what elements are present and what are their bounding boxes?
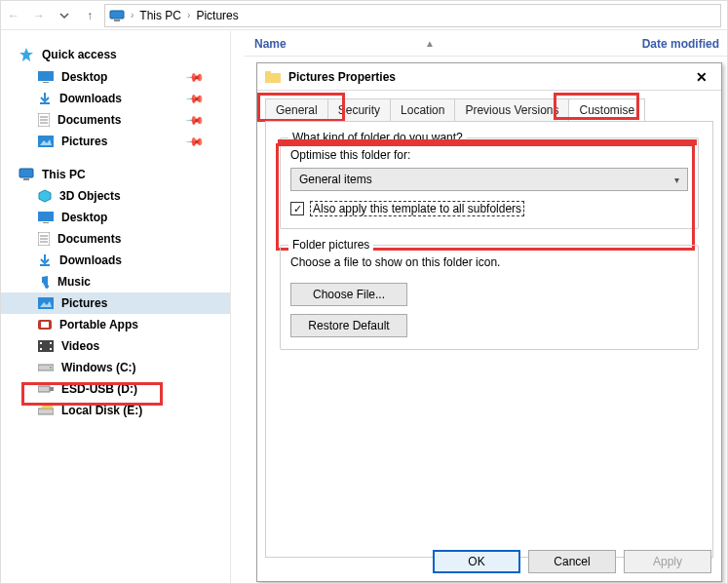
picture-icon	[38, 297, 54, 309]
svg-rect-26	[38, 340, 54, 352]
tree-item-label: Documents	[57, 232, 121, 246]
tree-item-qa-documents[interactable]: Documents 📌	[1, 109, 230, 131]
tree-head-quick-access[interactable]: Quick access	[1, 43, 230, 66]
arrow-left-icon: ←	[8, 9, 19, 22]
tree-item-pc-videos[interactable]: Videos	[1, 335, 230, 357]
svg-point-32	[50, 367, 52, 369]
tab-panel-customise: What kind of folder do you want? Optimis…	[265, 121, 713, 558]
tree-item-qa-desktop[interactable]: Desktop 📌	[1, 66, 230, 88]
highlight-annotation	[257, 93, 345, 122]
svg-rect-4	[43, 82, 49, 83]
drive-icon	[38, 405, 54, 416]
apply-subfolders-checkbox[interactable]: ✓	[290, 202, 304, 215]
folder-icon	[265, 71, 281, 83]
tree-item-pc-documents[interactable]: Documents	[1, 228, 230, 250]
tree-item-pc-pictures[interactable]: Pictures	[1, 292, 230, 314]
tree-item-qa-pictures[interactable]: Pictures 📌	[1, 131, 230, 152]
close-icon: ✕	[696, 69, 708, 85]
download-icon	[38, 253, 52, 267]
chevron-right-icon: ›	[131, 10, 134, 20]
choose-file-button[interactable]: Choose File...	[290, 283, 407, 306]
tree-item-pc-music[interactable]: Music	[1, 271, 230, 292]
tree-item-pc-local-disk-e[interactable]: Local Disk (E:)	[1, 400, 230, 421]
desktop-icon	[38, 71, 54, 83]
column-header: Name ▲ Date modified	[245, 31, 727, 57]
pc-icon	[19, 168, 34, 181]
sort-indicator-icon: ▲	[425, 38, 435, 49]
tree-item-label: Desktop	[61, 211, 107, 224]
nav-back-button[interactable]: ←	[1, 1, 26, 30]
combo-value: General items	[299, 173, 372, 186]
apps-icon	[38, 318, 52, 331]
svg-rect-29	[50, 342, 52, 344]
cube-icon	[38, 189, 52, 203]
svg-rect-1	[114, 19, 120, 21]
column-date-modified[interactable]: Date modified	[642, 37, 719, 51]
column-name[interactable]: Name	[254, 37, 287, 51]
address-field[interactable]: › This PC › Pictures	[104, 4, 721, 27]
tree-item-label: Pictures	[61, 296, 107, 310]
svg-rect-35	[38, 409, 54, 414]
ok-button[interactable]: OK	[433, 550, 520, 573]
cancel-button[interactable]: Cancel	[528, 550, 616, 573]
star-icon	[19, 47, 34, 62]
restore-default-button[interactable]: Restore Default	[290, 314, 407, 337]
optimise-combo[interactable]: General items ▾	[290, 168, 688, 191]
tree-item-label: Desktop	[61, 70, 107, 84]
drive-icon	[38, 363, 54, 372]
tree-item-label: Music	[57, 275, 91, 289]
pc-icon	[109, 10, 125, 21]
tree-item-pc-desktop[interactable]: Desktop	[1, 207, 230, 228]
tree-head-this-pc[interactable]: This PC	[1, 164, 230, 185]
svg-rect-34	[50, 387, 54, 391]
tree-head-label: This PC	[42, 168, 86, 181]
apply-subfolders-label: Also apply this template to all subfolde…	[310, 201, 524, 216]
tree-item-pc-downloads[interactable]: Downloads	[1, 250, 230, 271]
desktop-icon	[38, 212, 54, 223]
tree-item-qa-downloads[interactable]: Downloads 📌	[1, 88, 230, 109]
svg-rect-15	[38, 212, 54, 221]
breadcrumb-pictures[interactable]: Pictures	[196, 9, 238, 22]
tree-group-this-pc: This PC 3D Objects Desktop Documents Dow…	[1, 164, 230, 421]
dialog-title: Pictures Properties	[288, 70, 396, 84]
dialog-titlebar: Pictures Properties ✕	[257, 63, 721, 91]
optimise-label: Optimise this folder for:	[290, 148, 688, 162]
tree-item-pc-esd-usb-d[interactable]: ESD-USB (D:)	[1, 378, 230, 400]
download-icon	[38, 92, 52, 105]
svg-rect-12	[19, 169, 33, 177]
nav-history-button[interactable]	[52, 1, 77, 30]
tree-item-label: Documents	[57, 113, 121, 127]
tab-customise[interactable]: Customise	[568, 98, 645, 121]
close-button[interactable]: ✕	[690, 65, 713, 89]
tree-item-pc-3dobjects[interactable]: 3D Objects	[1, 185, 230, 207]
svg-rect-33	[38, 386, 50, 392]
breadcrumb-label: Pictures	[196, 9, 238, 22]
svg-rect-0	[110, 11, 124, 19]
tree-item-label: ESD-USB (D:)	[61, 382, 137, 396]
breadcrumb-this-pc[interactable]: This PC	[139, 9, 181, 22]
music-icon	[38, 275, 50, 289]
pin-icon: 📌	[185, 67, 206, 88]
pin-icon: 📌	[185, 110, 206, 131]
document-icon	[38, 232, 50, 246]
svg-rect-5	[40, 102, 50, 104]
svg-rect-27	[40, 342, 42, 344]
nav-up-button[interactable]: ↑	[77, 1, 102, 30]
tree-item-pc-windows-c[interactable]: Windows (C:)	[1, 357, 230, 378]
chevron-down-icon	[59, 11, 69, 20]
svg-marker-2	[19, 48, 33, 61]
tree-item-label: Downloads	[59, 253, 122, 267]
nav-forward-button[interactable]: →	[26, 1, 52, 30]
chevron-right-icon: ›	[187, 10, 190, 20]
picture-icon	[38, 136, 54, 147]
tab-location[interactable]: Location	[390, 98, 455, 121]
tree-item-label: 3D Objects	[59, 189, 121, 203]
svg-rect-16	[43, 222, 49, 223]
tree-item-pc-portable-apps[interactable]: Portable Apps	[1, 314, 230, 335]
tree-head-label: Quick access	[42, 48, 117, 61]
group-heading: Folder pictures	[288, 238, 373, 252]
tab-previous-versions[interactable]: Previous Versions	[454, 98, 569, 121]
apply-button[interactable]: Apply	[624, 550, 711, 573]
svg-rect-13	[23, 178, 29, 180]
pin-icon: 📌	[185, 132, 206, 152]
